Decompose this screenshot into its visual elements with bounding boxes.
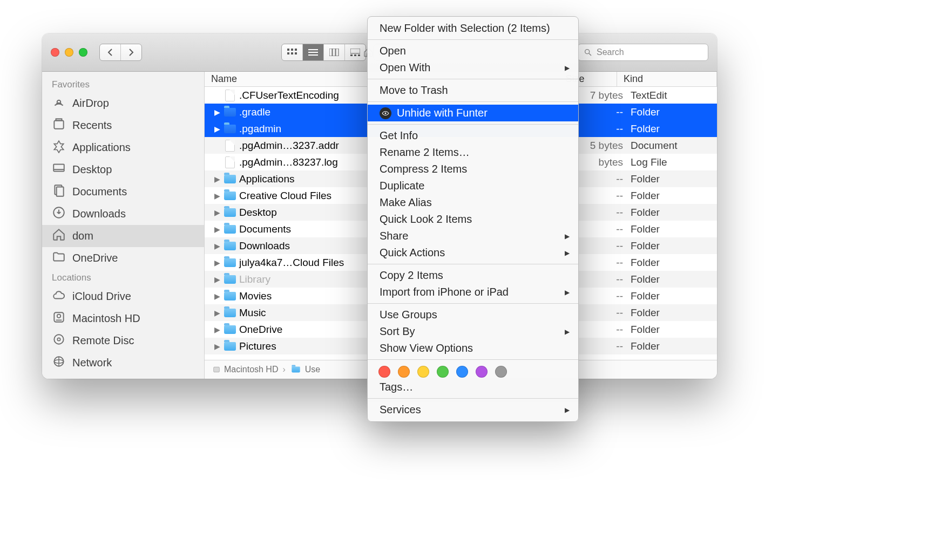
svg-rect-38 bbox=[214, 367, 220, 372]
sidebar-item-airdrop[interactable]: AirDrop bbox=[42, 92, 204, 114]
file-kind: Folder bbox=[631, 257, 717, 269]
sidebar-item-recents[interactable]: Recents bbox=[42, 114, 204, 136]
sidebar-item-remote-disc[interactable]: Remote Disc bbox=[42, 330, 204, 352]
back-button[interactable] bbox=[100, 44, 121, 60]
menu-item[interactable]: Quick Actions bbox=[368, 244, 578, 261]
menu-item[interactable]: Compress 2 Items bbox=[368, 161, 578, 177]
disclosure-triangle[interactable]: ▶ bbox=[211, 192, 223, 200]
sidebar-item-applications[interactable]: Applications bbox=[42, 136, 204, 159]
folder-icon bbox=[224, 242, 236, 250]
menu-item[interactable]: Quick Look 2 Items bbox=[368, 211, 578, 228]
menu-separator bbox=[368, 79, 578, 79]
svg-rect-3 bbox=[287, 52, 289, 54]
sidebar-item-downloads[interactable]: Downloads bbox=[42, 203, 204, 225]
menu-item[interactable]: Duplicate bbox=[368, 177, 578, 194]
sidebar-item-documents[interactable]: Documents bbox=[42, 181, 204, 203]
svg-point-31 bbox=[57, 315, 61, 318]
column-kind[interactable]: Kind bbox=[617, 72, 717, 86]
disclosure-triangle[interactable]: ▶ bbox=[211, 242, 223, 250]
sidebar-item-label: Desktop bbox=[72, 163, 112, 176]
svg-rect-15 bbox=[358, 54, 360, 56]
sidebar-item-dom[interactable]: dom bbox=[42, 225, 204, 247]
disclosure-triangle[interactable]: ▶ bbox=[211, 208, 223, 217]
nav-buttons bbox=[99, 44, 142, 61]
disclosure-triangle[interactable]: ▶ bbox=[211, 309, 223, 317]
menu-item[interactable]: Sort By bbox=[368, 323, 578, 340]
sidebar-item-icloud-drive[interactable]: iCloud Drive bbox=[42, 285, 204, 308]
menu-item[interactable]: Open bbox=[368, 43, 578, 59]
menu-separator bbox=[368, 264, 578, 264]
path-crumb[interactable]: Macintosh HD bbox=[212, 365, 278, 374]
svg-point-34 bbox=[57, 338, 60, 340]
menu-item[interactable]: Open With bbox=[368, 59, 578, 76]
menu-item-label: Duplicate bbox=[380, 180, 424, 192]
search-field[interactable]: Search bbox=[578, 44, 708, 61]
view-columns-button[interactable] bbox=[324, 44, 345, 60]
menu-item[interactable]: Use Groups bbox=[368, 306, 578, 323]
disclosure-triangle[interactable]: ▶ bbox=[211, 108, 223, 117]
menu-item-label: Make Alias bbox=[380, 196, 432, 209]
menu-separator bbox=[368, 359, 578, 360]
menu-item-label: Unhide with Funter bbox=[397, 107, 488, 119]
minimize-button[interactable] bbox=[65, 48, 73, 57]
view-icons-button[interactable] bbox=[282, 44, 303, 60]
menu-item[interactable]: Import from iPhone or iPad bbox=[368, 284, 578, 301]
svg-rect-12 bbox=[350, 49, 360, 53]
home-icon bbox=[52, 228, 66, 244]
path-separator: › bbox=[282, 365, 285, 374]
folder-icon bbox=[224, 225, 236, 234]
svg-line-21 bbox=[589, 53, 591, 56]
menu-item[interactable]: Rename 2 Items… bbox=[368, 144, 578, 161]
tag-color[interactable] bbox=[495, 366, 507, 378]
disclosure-triangle[interactable]: ▶ bbox=[211, 292, 223, 301]
disclosure-triangle[interactable]: ▶ bbox=[211, 342, 223, 351]
menu-item[interactable]: Make Alias bbox=[368, 194, 578, 211]
svg-rect-28 bbox=[57, 187, 64, 196]
tag-color[interactable] bbox=[456, 366, 468, 378]
close-button[interactable] bbox=[51, 48, 59, 57]
folder-icon bbox=[224, 309, 236, 317]
menu-item[interactable]: Show View Options bbox=[368, 340, 578, 357]
downloads-icon bbox=[52, 206, 66, 222]
view-list-button[interactable] bbox=[303, 44, 324, 60]
folder-icon bbox=[224, 208, 236, 217]
view-gallery-button[interactable] bbox=[345, 44, 366, 60]
menu-item[interactable]: Share bbox=[368, 228, 578, 244]
disclosure-triangle[interactable]: ▶ bbox=[211, 225, 223, 234]
folder-icon bbox=[52, 250, 66, 267]
sidebar-item-label: Downloads bbox=[72, 208, 126, 220]
disclosure-triangle[interactable]: ▶ bbox=[211, 125, 223, 133]
disclosure-triangle[interactable]: ▶ bbox=[211, 175, 223, 183]
tag-color[interactable] bbox=[476, 366, 488, 378]
menu-item[interactable]: New Folder with Selection (2 Items) bbox=[368, 20, 578, 37]
tag-color[interactable] bbox=[378, 366, 390, 378]
tag-color[interactable] bbox=[417, 366, 429, 378]
path-crumb[interactable]: Use bbox=[290, 365, 320, 374]
tag-color[interactable] bbox=[398, 366, 410, 378]
file-kind: Log File bbox=[631, 156, 717, 168]
menu-item[interactable]: Copy 2 Items bbox=[368, 267, 578, 284]
disclosure-triangle[interactable]: ▶ bbox=[211, 325, 223, 334]
zoom-button[interactable] bbox=[79, 48, 87, 57]
sidebar-item-macintosh-hd[interactable]: Macintosh HD bbox=[42, 308, 204, 330]
sidebar-item-network[interactable]: Network bbox=[42, 352, 204, 374]
tag-color[interactable] bbox=[437, 366, 449, 378]
menu-item[interactable]: Get Info bbox=[368, 127, 578, 144]
sidebar-item-desktop[interactable]: Desktop bbox=[42, 159, 204, 181]
svg-rect-4 bbox=[291, 52, 293, 54]
svg-rect-13 bbox=[350, 54, 353, 56]
documents-icon bbox=[52, 183, 66, 200]
menu-item[interactable]: Move to Trash bbox=[368, 82, 578, 99]
view-switcher bbox=[281, 44, 366, 61]
file-icon bbox=[225, 90, 235, 101]
airdrop-icon bbox=[52, 95, 66, 112]
svg-rect-23 bbox=[54, 121, 63, 129]
disclosure-triangle[interactable]: ▶ bbox=[211, 275, 223, 284]
forward-button[interactable] bbox=[121, 44, 141, 60]
disclosure-triangle[interactable]: ▶ bbox=[211, 258, 223, 267]
menu-item-services[interactable]: Services bbox=[368, 401, 578, 418]
sidebar-item-onedrive[interactable]: OneDrive bbox=[42, 247, 204, 269]
menu-item-tags[interactable]: Tags… bbox=[368, 379, 578, 395]
menu-item[interactable]: Unhide with Funter bbox=[368, 105, 578, 121]
file-kind: Folder bbox=[631, 173, 717, 185]
